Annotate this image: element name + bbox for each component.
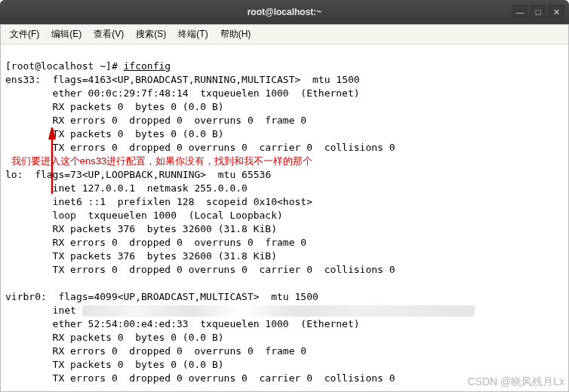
close-button[interactable]: ✕ — [548, 5, 564, 20]
lo-line4: loop txqueuelen 1000 (Local Loopback) — [5, 210, 283, 221]
prompt-user-host: [root@localhost ~]# — [5, 60, 124, 72]
lo-line3: inet6 ::1 prefixlen 128 scopeid 0x10<hos… — [5, 196, 312, 207]
menubar: 文件(F) 编辑(E) 查看(V) 搜索(S) 终端(T) 帮助(H) — [1, 25, 568, 44]
virbr0-line5: RX errors 0 dropped 0 overruns 0 frame 0 — [5, 345, 306, 357]
lo-line1: flags=73<UP,LOOPBACK,RUNNING> mtu 65536 — [23, 169, 271, 180]
menu-view[interactable]: 查看(V) — [88, 26, 130, 42]
virbr0-line2a: inet — [5, 305, 82, 316]
lo-line7: TX packets 376 bytes 32600 (31.8 KiB) — [5, 250, 277, 262]
ens33-line4: RX errors 0 dropped 0 overruns 0 frame 0 — [5, 115, 306, 126]
redacted-inet — [82, 305, 475, 317]
virbr0-line7: TX errors 0 dropped 0 overruns 0 carrier… — [5, 372, 395, 384]
menu-terminal[interactable]: 终端(T) — [172, 26, 214, 42]
lo-line8: TX errors 0 dropped 0 overruns 0 carrier… — [5, 264, 395, 275]
annotation-text: 我们要进入这个ens33进行配置，如果你没有，找到和我不一样的那个 — [11, 155, 312, 167]
ens33-line5: TX packets 0 bytes 0 (0.0 B) — [5, 128, 224, 139]
virbr0-line3: ether 52:54:00:e4:ed:33 txqueuelen 1000 … — [5, 318, 360, 329]
watermark: CSDN @晓风残月Lx — [467, 375, 564, 389]
ens33-line1: flags=4163<UP,BROADCAST,RUNNING,MULTICAS… — [41, 74, 360, 85]
ens33-line2: ether 00:0c:29:7f:48:14 txqueuelen 1000 … — [5, 87, 360, 99]
menu-search[interactable]: 搜索(S) — [130, 26, 172, 42]
ens33-line6: TX errors 0 dropped 0 overruns 0 carrier… — [5, 142, 395, 153]
iface-lo-name: lo: — [5, 169, 23, 180]
menu-help[interactable]: 帮助(H) — [214, 26, 257, 42]
terminal-area[interactable]: [root@localhost ~]# ifconfig ens33: flag… — [1, 44, 568, 391]
maximize-button[interactable]: □ — [530, 5, 546, 20]
iface-ens33-name: ens33: — [5, 74, 41, 85]
prompt: [root@localhost ~]# ifconfig — [5, 60, 171, 72]
minimize-button[interactable]: — — [512, 5, 528, 20]
titlebar: root@localhost:~ — □ ✕ — [0, 0, 569, 24]
window-title: root@localhost:~ — [248, 7, 322, 17]
window-frame: 文件(F) 编辑(E) 查看(V) 搜索(S) 终端(T) 帮助(H) [roo… — [0, 24, 569, 392]
iface-virbr0-name: virbr0: — [5, 291, 47, 302]
window-controls: — □ ✕ — [512, 5, 564, 20]
ens33-line3: RX packets 0 bytes 0 (0.0 B) — [5, 101, 224, 112]
lo-line2: inet 127.0.0.1 netmask 255.0.0.0 — [5, 182, 248, 194]
menu-edit[interactable]: 编辑(E) — [45, 26, 88, 42]
menu-file[interactable]: 文件(F) — [4, 26, 45, 42]
command-ifconfig: ifconfig — [124, 60, 171, 72]
lo-line6: RX errors 0 dropped 0 overruns 0 frame 0 — [5, 237, 306, 248]
virbr0-line6: TX packets 0 bytes 0 (0.0 B) — [5, 359, 224, 370]
virbr0-line1: flags=4099<UP,BROADCAST,MULTICAST> mtu 1… — [47, 291, 318, 302]
lo-line5: RX packets 376 bytes 32600 (31.8 KiB) — [5, 223, 277, 234]
virbr0-line4: RX packets 0 bytes 0 (0.0 B) — [5, 332, 224, 343]
